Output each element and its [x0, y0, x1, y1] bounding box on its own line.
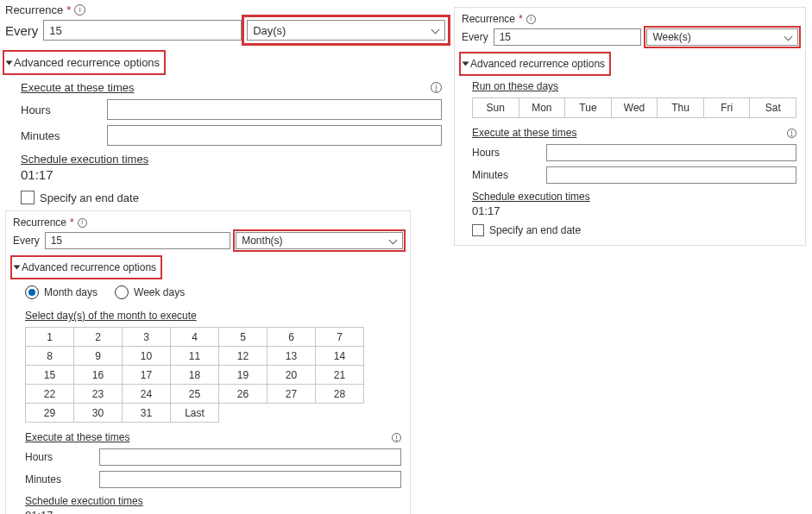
day-cell[interactable]: 11 — [171, 347, 219, 366]
day-cell[interactable]: 29 — [26, 404, 74, 423]
advanced-label: Advanced recurrence options — [14, 56, 160, 69]
day-cell[interactable]: 28 — [316, 385, 364, 404]
schedule-time: 01:17 — [21, 167, 442, 182]
recurrence-label: Recurrence — [13, 216, 66, 229]
unit-select-value: Week(s) — [652, 31, 690, 43]
info-icon[interactable]: i — [78, 218, 87, 228]
recurrence-label-row: Recurrence * i — [462, 13, 798, 25]
end-date-label: Specify an end date — [489, 224, 581, 236]
required-asterisk: * — [70, 216, 74, 229]
weekday-selector: Sun Mon Tue Wed Thu Fri Sat — [472, 97, 796, 118]
execute-times-title: Execute at these times — [21, 81, 135, 94]
day-cell[interactable]: 5 — [219, 328, 268, 347]
radio-week-days[interactable]: Week days — [115, 285, 185, 299]
day-btn-mon[interactable]: Mon — [519, 97, 566, 118]
day-cell[interactable]: 8 — [26, 347, 74, 366]
info-icon[interactable]: i — [392, 433, 401, 442]
chevron-down-icon — [388, 236, 397, 245]
interval-input[interactable] — [43, 20, 242, 41]
day-cell[interactable]: 9 — [74, 347, 123, 366]
day-cell[interactable]: 10 — [123, 347, 171, 366]
advanced-toggle[interactable]: Advanced recurrence options — [13, 258, 160, 277]
interval-input[interactable] — [45, 232, 231, 249]
day-cell[interactable]: 2 — [74, 328, 123, 347]
hours-label: Hours — [25, 451, 99, 463]
end-date-checkbox[interactable] — [21, 191, 35, 204]
day-btn-tue[interactable]: Tue — [565, 97, 612, 118]
advanced-toggle[interactable]: Advanced recurrence options — [5, 53, 163, 72]
day-cell[interactable]: 16 — [74, 366, 123, 385]
info-icon[interactable]: i — [431, 82, 442, 93]
day-cell[interactable]: 21 — [316, 366, 364, 385]
day-btn-thu[interactable]: Thu — [658, 97, 704, 118]
day-cell[interactable]: 24 — [123, 385, 171, 404]
minutes-input[interactable] — [99, 471, 401, 488]
day-cell[interactable]: 27 — [268, 385, 316, 404]
chevron-down-icon — [431, 26, 439, 34]
run-days-title: Run on these days — [472, 80, 558, 92]
day-cell[interactable]: 6 — [268, 328, 316, 347]
day-cell-last[interactable]: Last — [171, 404, 219, 423]
end-date-checkbox[interactable] — [472, 224, 484, 236]
caret-down-icon — [463, 62, 469, 66]
end-date-label: Specify an end date — [40, 191, 139, 204]
minutes-input[interactable] — [107, 125, 442, 146]
day-cell[interactable]: 23 — [74, 385, 123, 404]
execute-times-title: Execute at these times — [472, 127, 576, 139]
day-cell[interactable]: 1 — [26, 328, 74, 347]
radio-month-days[interactable]: Month days — [25, 285, 98, 299]
day-cell[interactable]: 12 — [219, 347, 268, 366]
hours-input[interactable] — [99, 448, 401, 466]
day-cell[interactable]: 3 — [123, 328, 171, 347]
day-cell[interactable]: 31 — [123, 404, 171, 423]
required-asterisk: * — [519, 13, 523, 25]
recurrence-label-row: Recurrence * i — [13, 216, 403, 229]
unit-select-weeks[interactable]: Week(s) — [646, 28, 798, 46]
minutes-input[interactable] — [546, 166, 796, 184]
day-cell-empty — [316, 404, 364, 423]
interval-input[interactable] — [494, 28, 642, 46]
day-btn-fri[interactable]: Fri — [704, 97, 751, 118]
hours-input[interactable] — [546, 144, 796, 161]
every-label: Every — [13, 235, 40, 247]
chevron-down-icon — [784, 33, 792, 41]
day-btn-sun[interactable]: Sun — [472, 97, 519, 118]
day-cell[interactable]: 14 — [316, 347, 364, 366]
unit-select-months[interactable]: Month(s) — [236, 232, 403, 249]
day-cell[interactable]: 25 — [171, 385, 219, 404]
day-cell[interactable]: 4 — [171, 328, 219, 347]
schedule-title: Schedule execution times — [25, 495, 401, 507]
info-icon[interactable]: i — [787, 128, 796, 138]
recurrence-label: Recurrence — [462, 13, 515, 25]
day-cell[interactable]: 13 — [268, 347, 316, 366]
info-icon[interactable]: i — [526, 15, 536, 24]
minutes-label: Minutes — [21, 129, 107, 142]
day-cell-empty — [268, 404, 316, 423]
hours-input[interactable] — [107, 99, 442, 120]
recurrence-label: Recurrence — [5, 3, 63, 16]
day-btn-sat[interactable]: Sat — [750, 97, 796, 118]
recurrence-label-row: Recurrence * i — [5, 3, 445, 16]
day-cell[interactable]: 22 — [26, 385, 74, 404]
day-btn-wed[interactable]: Wed — [612, 97, 658, 118]
radio-dot-icon — [28, 289, 35, 296]
day-cell[interactable]: 26 — [219, 385, 268, 404]
day-cell[interactable]: 18 — [171, 366, 219, 385]
info-icon[interactable]: i — [74, 4, 85, 16]
unit-select-days[interactable]: Day(s) — [247, 20, 445, 41]
required-asterisk: * — [66, 3, 71, 16]
day-cell[interactable]: 15 — [26, 366, 74, 385]
day-cell[interactable]: 19 — [219, 366, 268, 385]
unit-select-value: Day(s) — [253, 24, 286, 37]
day-cell[interactable]: 30 — [74, 404, 123, 423]
radio-month-days-label: Month days — [44, 286, 98, 298]
advanced-label: Advanced recurrence options — [22, 261, 156, 273]
advanced-toggle[interactable]: Advanced recurrence options — [462, 54, 608, 73]
radio-week-days-label: Week days — [134, 286, 185, 298]
hours-label: Hours — [21, 103, 107, 116]
schedule-title: Schedule execution times — [21, 153, 442, 166]
day-cell[interactable]: 17 — [123, 366, 171, 385]
day-cell[interactable]: 20 — [268, 366, 316, 385]
day-cell[interactable]: 7 — [316, 328, 364, 347]
month-day-grid: 1 2 3 4 5 6 7 8 9 10 11 12 13 14 15 16 1… — [25, 327, 364, 423]
